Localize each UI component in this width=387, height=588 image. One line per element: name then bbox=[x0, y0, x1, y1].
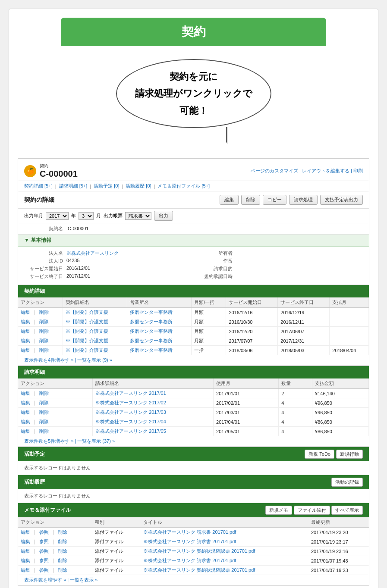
houjin-value: ※株式会社アースリンク bbox=[66, 250, 119, 256]
contract-detail-row: 編集 ｜ 削除 ※【開発】介護支援 多磨センター事務所 月額 2016/10/3… bbox=[18, 317, 369, 327]
memo-ref-link[interactable]: 参照 bbox=[39, 529, 49, 535]
tab-activity-history[interactable]: 活動履歴 [0] bbox=[126, 183, 151, 189]
delete-button[interactable]: 削除 bbox=[241, 195, 260, 205]
memo-edit-link[interactable]: 編集 bbox=[21, 529, 30, 535]
billing-name-link[interactable]: ※株式会社アースリンク 2017/02 bbox=[95, 400, 166, 405]
memo-col-type: 種別 bbox=[92, 517, 141, 528]
delete-link[interactable]: 削除 bbox=[39, 347, 49, 353]
memo-title-link[interactable]: ※株式会社アースリンク 契約状況確認票 201701.pdf bbox=[143, 567, 255, 572]
billing-edit-link[interactable]: 編集 bbox=[21, 410, 30, 415]
year-select[interactable]: 2017 bbox=[46, 212, 69, 220]
billing-month-cell: 2017/01/01 bbox=[214, 389, 279, 398]
memo-ref-link[interactable]: 参照 bbox=[39, 567, 49, 572]
output-button[interactable]: 出力 bbox=[154, 211, 173, 221]
office-link[interactable]: 多磨センター事務所 bbox=[130, 338, 173, 343]
billing-name-link[interactable]: ※株式会社アースリンク 2017/04 bbox=[95, 419, 166, 424]
output-type-select[interactable]: 請求書 bbox=[125, 212, 151, 220]
billing-delete-link[interactable]: 削除 bbox=[39, 410, 49, 415]
pay-month-cell bbox=[330, 336, 369, 346]
billing-delete-link[interactable]: 削除 bbox=[39, 428, 49, 434]
attach-file-button[interactable]: ファイル添付 bbox=[294, 506, 330, 515]
billing-edit-link[interactable]: 編集 bbox=[21, 400, 30, 405]
memo-ref-link[interactable]: 参照 bbox=[39, 548, 49, 554]
billing-name-link[interactable]: ※株式会社アースリンク 2017/05 bbox=[95, 428, 166, 434]
customize-link[interactable]: ページのカスタマイズ bbox=[251, 168, 298, 173]
memo-edit-link[interactable]: 編集 bbox=[21, 558, 30, 563]
billing-button[interactable]: 請求処理 bbox=[289, 195, 318, 205]
billing-month-cell: 2017/04/01 bbox=[214, 417, 279, 427]
memo-title-link[interactable]: ※株式会社アースリンク 請求書 201701.pdf bbox=[143, 558, 236, 563]
memo-ref-link[interactable]: 参照 bbox=[39, 539, 49, 544]
edit-link[interactable]: 編集 bbox=[21, 319, 30, 324]
print-link[interactable]: 印刷 bbox=[353, 168, 363, 173]
memo-delete-link[interactable]: 削除 bbox=[58, 558, 67, 563]
memo-type-cell: 添付ファイル bbox=[92, 547, 141, 556]
contract-name-link[interactable]: ※【開発】介護支援 bbox=[66, 319, 108, 324]
memo-edit-link[interactable]: 編集 bbox=[21, 567, 30, 572]
memo-action-cell: 編集 ｜ 参照 ｜ 削除 bbox=[18, 556, 92, 566]
tab-activity-plan[interactable]: 活動予定 [0] bbox=[94, 183, 119, 189]
billing-delete-link[interactable]: 削除 bbox=[39, 419, 49, 424]
delete-link[interactable]: 削除 bbox=[39, 319, 49, 324]
billing-show-more-link[interactable]: 表示件数を5件増やす » | 一覧を表示 (37) » bbox=[24, 438, 115, 444]
edit-link[interactable]: 編集 bbox=[21, 347, 30, 353]
memo-delete-link[interactable]: 削除 bbox=[58, 548, 67, 554]
new-memo-button[interactable]: 新規メモ bbox=[265, 506, 292, 515]
memo-delete-link[interactable]: 削除 bbox=[58, 539, 67, 544]
new-action-button[interactable]: 新規行動 bbox=[336, 450, 363, 459]
month-select[interactable]: 3 bbox=[79, 212, 94, 220]
record-activity-button[interactable]: 活動の記録 bbox=[331, 478, 363, 487]
tab-billing[interactable]: 請求明細 [5+] bbox=[59, 183, 88, 189]
billing-delete-link[interactable]: 削除 bbox=[39, 391, 49, 396]
action-cell: 編集 ｜ 削除 bbox=[18, 308, 63, 317]
contract-name-link[interactable]: ※【開発】介護支援 bbox=[66, 347, 108, 353]
nav-tabs: 契約詳細 [5+] | 請求明細 [5+] | 活動予定 [0] | 活動履歴 … bbox=[18, 181, 369, 191]
tab-contract-detail[interactable]: 契約詳細 [5+] bbox=[24, 183, 53, 189]
memo-show-more-link[interactable]: 表示件数を増やす » | 一覧を表示 » bbox=[24, 577, 98, 582]
copy-button[interactable]: コピー bbox=[263, 195, 286, 205]
billing-delete-link[interactable]: 削除 bbox=[39, 400, 49, 405]
basic-info-header: ▼ 基本情報 bbox=[18, 235, 369, 247]
memo-edit-link[interactable]: 編集 bbox=[21, 539, 30, 544]
payment-output-button[interactable]: 支払予定表出力 bbox=[320, 195, 363, 205]
fee-type-cell: 月額 bbox=[192, 308, 226, 317]
memo-title-link[interactable]: ※株式会社アースリンク 契約状況確認票 201701.pdf bbox=[143, 548, 255, 554]
billing-edit-link[interactable]: 編集 bbox=[21, 428, 30, 434]
edit-link[interactable]: 編集 bbox=[21, 328, 30, 334]
approval-label: 規約承認日時 bbox=[194, 273, 233, 280]
edit-link[interactable]: 編集 bbox=[21, 338, 30, 343]
memo-title-link[interactable]: ※株式会社アースリンク 請求書 201701.pdf bbox=[143, 539, 236, 544]
office-link[interactable]: 多磨センター事務所 bbox=[130, 319, 173, 324]
billing-qty-cell: 4 bbox=[279, 398, 312, 408]
contract-name-link[interactable]: ※【開発】介護支援 bbox=[66, 310, 108, 315]
delete-link[interactable]: 削除 bbox=[39, 338, 49, 343]
memo-delete-link[interactable]: 削除 bbox=[58, 529, 67, 535]
tab-memo[interactable]: メモ＆添付ファイル [5+] bbox=[157, 183, 210, 189]
memo-title-link[interactable]: ※株式会社アースリンク 請求書 201701.pdf bbox=[143, 529, 236, 535]
edit-layout-link[interactable]: レイアウトを編集する bbox=[302, 168, 349, 173]
new-todo-button[interactable]: 新規 ToDo bbox=[305, 450, 334, 459]
contract-show-more-link[interactable]: 表示件数を4件増やす » | 一覧を表示 (9) » bbox=[24, 357, 112, 363]
billing-edit-link[interactable]: 編集 bbox=[21, 419, 30, 424]
memo-delete-link[interactable]: 削除 bbox=[58, 567, 67, 572]
office-link[interactable]: 多磨センター事務所 bbox=[130, 347, 173, 353]
billing-name-link[interactable]: ※株式会社アースリンク 2017/01 bbox=[95, 391, 166, 396]
contract-name-link[interactable]: ※【開発】介護支援 bbox=[66, 338, 108, 343]
office-link[interactable]: 多磨センター事務所 bbox=[130, 328, 173, 334]
billing-name-link[interactable]: ※株式会社アースリンク 2017/03 bbox=[95, 410, 166, 415]
office-link[interactable]: 多磨センター事務所 bbox=[130, 310, 173, 315]
contract-name-link[interactable]: ※【開発】介護支援 bbox=[66, 328, 108, 334]
edit-button[interactable]: 編集 bbox=[220, 195, 239, 205]
delete-link[interactable]: 削除 bbox=[39, 328, 49, 334]
bubble-line3: 可能！ bbox=[135, 102, 252, 119]
memo-edit-link[interactable]: 編集 bbox=[21, 548, 30, 554]
contract-name-cell: ※【開発】介護支援 bbox=[63, 346, 127, 355]
edit-link[interactable]: 編集 bbox=[21, 310, 30, 315]
office-cell: 多磨センター事務所 bbox=[127, 317, 192, 327]
memo-title: メモ＆添付ファイル bbox=[24, 507, 71, 514]
memo-ref-link[interactable]: 参照 bbox=[39, 558, 49, 563]
show-all-button[interactable]: すべて表示 bbox=[331, 506, 363, 515]
end-cell: 2018/05/03 bbox=[278, 346, 330, 355]
billing-edit-link[interactable]: 編集 bbox=[21, 391, 30, 396]
delete-link[interactable]: 削除 bbox=[39, 310, 49, 315]
